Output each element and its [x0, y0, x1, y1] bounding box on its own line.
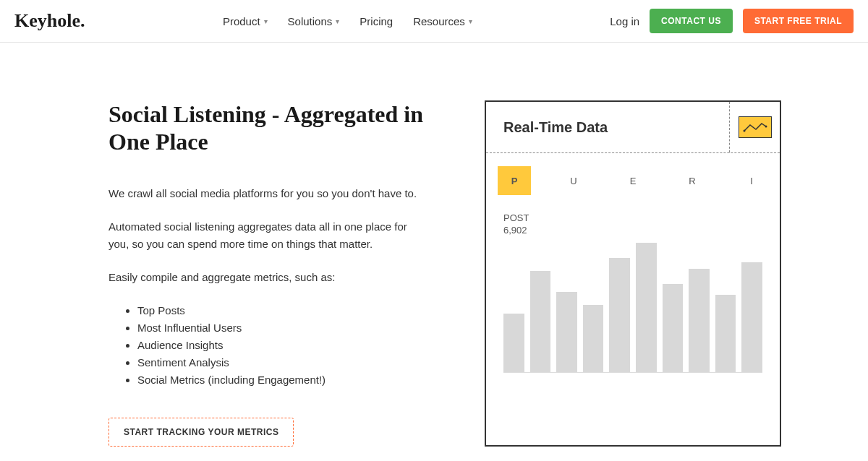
header-actions: Log in CONTACT US START FREE TRIAL [610, 9, 854, 33]
stat-label: POST [486, 202, 780, 223]
logo-dot: . [80, 10, 85, 31]
login-link[interactable]: Log in [610, 15, 639, 27]
chart-bar [530, 271, 551, 372]
nav-solutions-label: Solutions [288, 15, 333, 27]
realtime-widget: Real-Time Data P U E R I POST 6,902 [485, 100, 781, 447]
chart-bar [741, 262, 762, 372]
nav-resources-label: Resources [413, 15, 465, 27]
paragraph-1: We crawl all social media platforms for … [109, 185, 427, 202]
list-item: Top Posts [137, 302, 427, 319]
tab-p[interactable]: P [498, 166, 531, 195]
nav-pricing-label: Pricing [359, 15, 393, 27]
site-header: Keyhole. Product ▾ Solutions ▾ Pricing R… [0, 0, 868, 43]
svg-point-0 [743, 130, 745, 132]
chart-bar [556, 292, 577, 372]
cta-button[interactable]: START TRACKING YOUR METRICS [109, 418, 294, 447]
chart-bar [715, 295, 736, 372]
nav-product-label: Product [223, 15, 260, 27]
chart-area [486, 236, 780, 390]
chevron-down-icon: ▾ [264, 17, 268, 25]
chart-bar [663, 284, 684, 372]
chart-line-icon [739, 116, 772, 138]
list-item: Audience Insights [137, 337, 427, 354]
nav-resources[interactable]: Resources ▾ [413, 15, 472, 27]
chevron-down-icon: ▾ [469, 17, 472, 25]
main-nav: Product ▾ Solutions ▾ Pricing Resources … [223, 15, 472, 27]
nav-pricing[interactable]: Pricing [359, 15, 393, 27]
chart-bar [689, 269, 710, 372]
chevron-down-icon: ▾ [336, 17, 339, 25]
logo-text: Keyhole [14, 10, 80, 31]
widget-icon-container [729, 102, 780, 152]
metrics-list: Top Posts Most Influential Users Audienc… [109, 302, 427, 389]
bar-chart [503, 243, 762, 373]
nav-solutions[interactable]: Solutions ▾ [288, 15, 340, 27]
tab-i[interactable]: I [735, 166, 768, 195]
main-content: Social Listening - Aggregated in One Pla… [0, 43, 868, 461]
list-item: Most Influential Users [137, 319, 427, 337]
widget-title: Real-Time Data [486, 106, 625, 149]
logo[interactable]: Keyhole. [14, 10, 85, 32]
chart-bar [636, 243, 657, 372]
content-column: Social Listening - Aggregated in One Pla… [109, 100, 427, 447]
chart-bar [609, 258, 630, 372]
paragraph-3: Easily compile and aggregate metrics, su… [109, 269, 427, 286]
tab-r[interactable]: R [676, 166, 709, 195]
contact-button[interactable]: CONTACT US [650, 9, 733, 33]
paragraph-2: Automated social listening aggregates da… [109, 218, 427, 253]
list-item: Sentiment Analysis [137, 354, 427, 371]
widget-tabs: P U E R I [486, 153, 780, 202]
page-heading: Social Listening - Aggregated in One Pla… [109, 100, 427, 156]
svg-point-1 [765, 126, 767, 128]
list-item: Social Metrics (including Engagement!) [137, 371, 427, 389]
trial-button[interactable]: START FREE TRIAL [743, 9, 854, 33]
tab-u[interactable]: U [557, 166, 590, 195]
chart-bar [583, 305, 604, 372]
tab-e[interactable]: E [616, 166, 650, 195]
chart-bar [503, 314, 524, 372]
nav-product[interactable]: Product ▾ [223, 15, 268, 27]
widget-header: Real-Time Data [486, 102, 780, 153]
stat-value: 6,902 [486, 223, 780, 236]
